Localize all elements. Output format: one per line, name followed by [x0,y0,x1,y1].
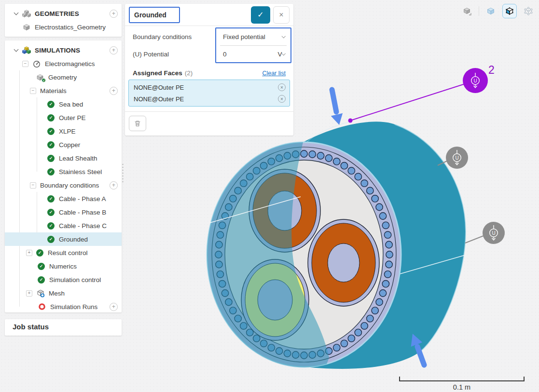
expand-toggle[interactable]: + [26,290,32,297]
face-item[interactable]: NONE@Outer PE × [129,93,290,105]
tree-item-label: Materials [40,87,67,95]
tree-item-simulation-runs[interactable]: Simulation Runs + [5,300,122,313]
tree-item-materials[interactable]: − Materials + [5,84,122,97]
grounded-potential-marker[interactable]: 2 [348,64,495,123]
tree-item-material[interactable]: ✓ Copper [5,138,122,151]
select-faces-cube-icon[interactable] [502,4,517,18]
check-circle-icon: ✓ [47,236,55,243]
boundary-condition-panel: ✓ × Boundary conditions (U) Potential Fi… [125,4,293,135]
toolbar-divider [479,6,479,16]
shaded-cube-icon[interactable] [484,4,498,18]
section-label: GEOMETRIES [35,10,79,17]
assigned-faces-title: Assigned Faces [133,69,182,77]
remove-face-button[interactable]: × [278,83,286,91]
clear-list-link[interactable]: Clear list [262,70,286,77]
geometries-card: GEOMETRIES + Electrostatics_Geometry [5,4,122,37]
collapse-toggle[interactable]: − [22,61,28,67]
cable-cross-section[interactable] [207,142,401,367]
assigned-faces-header: Assigned Faces (2) Clear list [125,67,293,79]
collapse-toggle[interactable]: − [30,182,36,189]
add-run-button[interactable]: + [110,303,118,311]
tree-item-label: Electromagnetics [45,60,95,68]
tree-item-geometry-node[interactable]: ✓ Geometry [5,70,122,84]
tree-section-simulations[interactable]: SIMULATIONS + [5,43,122,57]
boundary-type-select[interactable]: Fixed potential [216,28,290,45]
delete-button[interactable] [129,116,146,131]
tree-item-label: Sea bed [59,101,83,108]
close-button[interactable]: × [273,6,290,24]
unit-value: V [277,51,282,58]
field-label: Boundary conditions [133,33,192,41]
tree-item-geometry-import[interactable]: Electrostatics_Geometry [5,20,122,34]
tree-item-mesh[interactable]: + Mesh [5,286,122,300]
add-boundary-condition-button[interactable]: + [110,181,118,189]
tree-item-boundary-grounded[interactable]: ✓ Grounded [5,232,122,246]
tree-item-numerics[interactable]: ✓ Numerics [5,259,122,273]
chevron-down-icon[interactable] [14,10,19,15]
potential-input[interactable] [223,51,252,58]
tree-section-geometries[interactable]: GEOMETRIES + [5,7,122,20]
geometries-cubes-icon [22,9,31,18]
scale-bar-label: 0.1 m [453,383,470,391]
arrow-top-head [331,113,343,125]
tree-item-label: Boundary conditions [40,182,99,189]
tree-item-label: Result control [48,249,88,257]
tree-item-label: Outer PE [59,114,86,122]
chevron-down-icon [281,34,285,38]
tree-item-material[interactable]: ✓ Sea bed [5,97,122,111]
expand-toggle[interactable]: + [26,250,32,256]
close-icon: × [279,11,283,19]
remove-face-button[interactable]: × [278,95,286,103]
tree-item-boundary[interactable]: ✓ Cable - Phase C [5,219,122,232]
trash-icon [134,120,141,127]
tree-item-boundary[interactable]: ✓ Cable - Phase B [5,205,122,219]
tree-item-label: Cable - Phase A [59,195,106,203]
check-icon: ✓ [257,11,263,19]
mesh-icon [36,289,45,297]
core-phase-b[interactable] [308,219,379,306]
check-badge: ✓ [41,78,46,82]
assigned-faces-list: NONE@Outer PE × NONE@Outer PE × [128,80,290,107]
add-material-button[interactable]: + [110,87,118,95]
tree-item-material[interactable]: ✓ Outer PE [5,111,122,124]
job-status-label: Job status [5,319,122,331]
check-circle-icon: ✓ [47,155,55,162]
tree-item-simulation-control[interactable]: ✓ Simulation control [5,273,122,286]
remove-icon: × [280,85,283,90]
add-simulation-button[interactable]: + [110,46,118,54]
chevron-down-icon [281,52,285,55]
tree-item-label: Cable - Phase B [59,209,106,216]
bc-name-input[interactable] [129,7,180,23]
fit-view-cube-icon[interactable] [460,4,474,18]
panel-fields: Boundary conditions (U) Potential Fixed … [125,26,293,67]
face-label: NONE@Outer PE [134,95,184,103]
tree-item-material[interactable]: ✓ Stainless Steel [5,165,122,178]
tree-item-result-control[interactable]: + ✓ Result control [5,246,122,259]
assigned-faces-count: (2) [185,69,193,77]
phase-potential-marker-2[interactable] [465,222,505,244]
sidebar-resize-handle[interactable] [122,163,124,183]
tree-item-label: Cable - Phase C [59,222,107,230]
tree-item-boundary-conditions[interactable]: − Boundary conditions + [5,178,122,192]
tree-item-electromagnetics[interactable]: − Electromagnetics [5,57,122,70]
tree-item-boundary[interactable]: ✓ Cable - Phase A [5,192,122,205]
tree-item-material[interactable]: ✓ Lead Shealth [5,151,122,165]
collapse-toggle[interactable]: − [30,88,36,94]
apply-button[interactable]: ✓ [251,6,270,24]
tree-item-label: Geometry [48,74,77,81]
panel-header: ✓ × [125,4,293,26]
arrow-top-shaft [332,90,336,112]
check-circle-icon: ✓ [47,168,55,176]
chevron-down-icon[interactable] [14,47,19,52]
job-status-card[interactable]: Job status [5,319,122,336]
check-circle-icon: ✓ [47,101,55,108]
unit-select[interactable]: V [277,51,286,58]
section-label: SIMULATIONS [35,47,80,54]
tree-item-material[interactable]: ✓ XLPE [5,124,122,138]
check-circle-icon: ✓ [38,276,45,284]
add-geometry-button[interactable]: + [110,10,118,18]
select-vertices-cube-icon[interactable] [521,4,536,18]
face-item[interactable]: NONE@Outer PE × [129,81,290,93]
check-circle-icon: ✓ [47,222,55,230]
geometry-cube-icon [22,23,31,31]
